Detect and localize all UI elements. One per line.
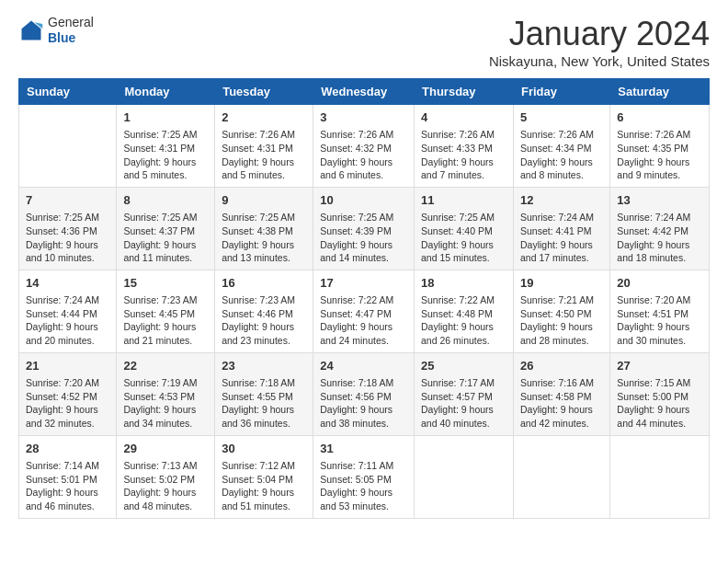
calendar-cell: 31Sunrise: 7:11 AMSunset: 5:05 PMDayligh… [313, 435, 415, 518]
week-row-4: 28Sunrise: 7:14 AMSunset: 5:01 PMDayligh… [19, 435, 710, 518]
day-number: 15 [123, 275, 208, 292]
day-info: Sunrise: 7:25 AMSunset: 4:36 PMDaylight:… [26, 211, 109, 265]
day-number: 9 [222, 192, 306, 209]
calendar-cell: 1Sunrise: 7:25 AMSunset: 4:31 PMDaylight… [117, 105, 215, 188]
week-row-1: 7Sunrise: 7:25 AMSunset: 4:36 PMDaylight… [19, 187, 710, 270]
weekday-header-tuesday: Tuesday [215, 79, 313, 105]
day-number: 26 [520, 358, 603, 374]
month-title: January 2024 [489, 15, 710, 53]
calendar-cell [415, 435, 514, 518]
day-number: 7 [26, 192, 109, 209]
calendar-cell: 2Sunrise: 7:26 AMSunset: 4:31 PMDaylight… [215, 105, 313, 188]
calendar-cell: 17Sunrise: 7:22 AMSunset: 4:47 PMDayligh… [313, 270, 415, 352]
weekday-header-friday: Friday [513, 79, 609, 105]
day-number: 19 [520, 275, 603, 292]
logo: General Blue [18, 15, 94, 46]
calendar-cell: 25Sunrise: 7:17 AMSunset: 4:57 PMDayligh… [415, 352, 514, 435]
day-info: Sunrise: 7:25 AMSunset: 4:40 PMDaylight:… [421, 211, 506, 265]
day-info: Sunrise: 7:24 AMSunset: 4:44 PMDaylight:… [26, 293, 109, 348]
day-number: 2 [222, 109, 306, 126]
day-info: Sunrise: 7:16 AMSunset: 4:58 PMDaylight:… [520, 376, 603, 431]
day-number: 20 [617, 275, 702, 292]
day-info: Sunrise: 7:25 AMSunset: 4:37 PMDaylight:… [123, 211, 208, 265]
calendar-cell [610, 435, 710, 518]
location: Niskayuna, New York, United States [489, 53, 710, 69]
logo-blue-text: Blue [48, 30, 94, 46]
weekday-header-sunday: Sunday [19, 79, 117, 105]
day-number: 17 [320, 275, 407, 292]
weekday-header-thursday: Thursday [415, 79, 514, 105]
day-info: Sunrise: 7:14 AMSunset: 5:01 PMDaylight:… [26, 459, 109, 513]
calendar-cell: 6Sunrise: 7:26 AMSunset: 4:35 PMDaylight… [610, 105, 710, 188]
day-number: 6 [617, 109, 702, 126]
calendar-cell: 7Sunrise: 7:25 AMSunset: 4:36 PMDaylight… [19, 187, 117, 270]
day-info: Sunrise: 7:23 AMSunset: 4:46 PMDaylight:… [222, 293, 306, 348]
day-info: Sunrise: 7:26 AMSunset: 4:32 PMDaylight:… [320, 128, 407, 182]
calendar-cell: 22Sunrise: 7:19 AMSunset: 4:53 PMDayligh… [117, 352, 215, 435]
day-number: 28 [26, 441, 109, 457]
week-row-0: 1Sunrise: 7:25 AMSunset: 4:31 PMDaylight… [19, 105, 710, 188]
calendar-cell: 3Sunrise: 7:26 AMSunset: 4:32 PMDaylight… [313, 105, 415, 188]
day-number: 23 [222, 358, 306, 374]
day-info: Sunrise: 7:22 AMSunset: 4:48 PMDaylight:… [421, 293, 506, 348]
calendar-cell: 4Sunrise: 7:26 AMSunset: 4:33 PMDaylight… [415, 105, 514, 188]
day-info: Sunrise: 7:20 AMSunset: 4:51 PMDaylight:… [617, 293, 702, 348]
calendar-cell: 15Sunrise: 7:23 AMSunset: 4:45 PMDayligh… [117, 270, 215, 352]
week-row-3: 21Sunrise: 7:20 AMSunset: 4:52 PMDayligh… [19, 352, 710, 435]
calendar-cell: 19Sunrise: 7:21 AMSunset: 4:50 PMDayligh… [513, 270, 609, 352]
day-number: 12 [520, 192, 603, 209]
calendar-cell: 30Sunrise: 7:12 AMSunset: 5:04 PMDayligh… [215, 435, 313, 518]
day-info: Sunrise: 7:24 AMSunset: 4:41 PMDaylight:… [520, 211, 603, 265]
day-info: Sunrise: 7:25 AMSunset: 4:39 PMDaylight:… [320, 211, 407, 265]
header: General Blue January 2024 Niskayuna, New… [18, 15, 710, 69]
calendar-cell: 20Sunrise: 7:20 AMSunset: 4:51 PMDayligh… [610, 270, 710, 352]
day-info: Sunrise: 7:24 AMSunset: 4:42 PMDaylight:… [617, 211, 702, 265]
day-info: Sunrise: 7:26 AMSunset: 4:34 PMDaylight:… [520, 128, 603, 182]
calendar-cell: 29Sunrise: 7:13 AMSunset: 5:02 PMDayligh… [117, 435, 215, 518]
day-info: Sunrise: 7:21 AMSunset: 4:50 PMDaylight:… [520, 293, 603, 348]
calendar-cell: 9Sunrise: 7:25 AMSunset: 4:38 PMDaylight… [215, 187, 313, 270]
calendar-cell: 28Sunrise: 7:14 AMSunset: 5:01 PMDayligh… [19, 435, 117, 518]
day-info: Sunrise: 7:18 AMSunset: 4:55 PMDaylight:… [222, 376, 306, 431]
calendar-cell: 5Sunrise: 7:26 AMSunset: 4:34 PMDaylight… [513, 105, 609, 188]
calendar-cell: 10Sunrise: 7:25 AMSunset: 4:39 PMDayligh… [313, 187, 415, 270]
calendar-cell: 8Sunrise: 7:25 AMSunset: 4:37 PMDaylight… [117, 187, 215, 270]
day-info: Sunrise: 7:25 AMSunset: 4:31 PMDaylight:… [123, 128, 208, 182]
calendar-table: SundayMondayTuesdayWednesdayThursdayFrid… [18, 78, 710, 519]
calendar-cell: 13Sunrise: 7:24 AMSunset: 4:42 PMDayligh… [610, 187, 710, 270]
calendar-cell: 26Sunrise: 7:16 AMSunset: 4:58 PMDayligh… [513, 352, 609, 435]
weekday-header-saturday: Saturday [610, 79, 710, 105]
calendar-cell [19, 105, 117, 188]
day-number: 29 [123, 441, 208, 457]
day-number: 3 [320, 109, 407, 126]
day-info: Sunrise: 7:23 AMSunset: 4:45 PMDaylight:… [123, 293, 208, 348]
calendar-cell [513, 435, 609, 518]
day-number: 10 [320, 192, 407, 209]
day-number: 14 [26, 275, 109, 292]
calendar-cell: 21Sunrise: 7:20 AMSunset: 4:52 PMDayligh… [19, 352, 117, 435]
calendar-cell: 24Sunrise: 7:18 AMSunset: 4:56 PMDayligh… [313, 352, 415, 435]
day-number: 24 [320, 358, 407, 374]
calendar-cell: 11Sunrise: 7:25 AMSunset: 4:40 PMDayligh… [415, 187, 514, 270]
day-number: 18 [421, 275, 506, 292]
calendar-cell: 16Sunrise: 7:23 AMSunset: 4:46 PMDayligh… [215, 270, 313, 352]
weekday-header-row: SundayMondayTuesdayWednesdayThursdayFrid… [19, 79, 710, 105]
day-number: 13 [617, 192, 702, 209]
calendar-cell: 18Sunrise: 7:22 AMSunset: 4:48 PMDayligh… [415, 270, 514, 352]
calendar-cell: 14Sunrise: 7:24 AMSunset: 4:44 PMDayligh… [19, 270, 117, 352]
logo-icon [18, 17, 44, 43]
day-info: Sunrise: 7:17 AMSunset: 4:57 PMDaylight:… [421, 376, 506, 431]
day-info: Sunrise: 7:15 AMSunset: 5:00 PMDaylight:… [617, 376, 702, 431]
day-info: Sunrise: 7:22 AMSunset: 4:47 PMDaylight:… [320, 293, 407, 348]
calendar-cell: 23Sunrise: 7:18 AMSunset: 4:55 PMDayligh… [215, 352, 313, 435]
weekday-header-monday: Monday [117, 79, 215, 105]
day-number: 21 [26, 358, 109, 374]
day-number: 25 [421, 358, 506, 374]
day-info: Sunrise: 7:11 AMSunset: 5:05 PMDaylight:… [320, 459, 407, 513]
day-info: Sunrise: 7:18 AMSunset: 4:56 PMDaylight:… [320, 376, 407, 431]
day-info: Sunrise: 7:19 AMSunset: 4:53 PMDaylight:… [123, 376, 208, 431]
day-number: 1 [123, 109, 208, 126]
day-info: Sunrise: 7:13 AMSunset: 5:02 PMDaylight:… [123, 459, 208, 513]
day-number: 11 [421, 192, 506, 209]
day-info: Sunrise: 7:25 AMSunset: 4:38 PMDaylight:… [222, 211, 306, 265]
